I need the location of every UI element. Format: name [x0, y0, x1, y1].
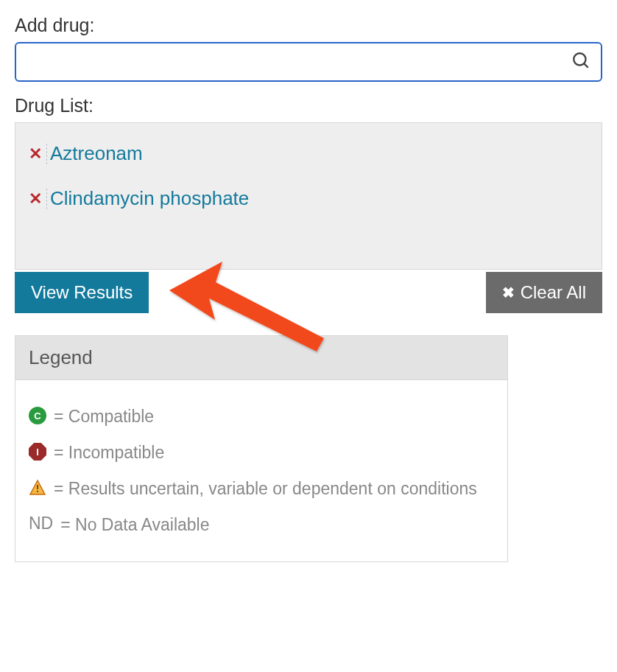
legend-row-nodata: ND = No Data Available: [29, 514, 494, 536]
legend-row-incompatible: I = Incompatible: [29, 441, 494, 464]
legend-body: C = Compatible I = Incompatible = Result…: [15, 380, 507, 561]
uncertain-icon: [29, 479, 46, 497]
nodata-label: ND: [29, 514, 53, 533]
search-icon[interactable]: [571, 51, 590, 73]
svg-rect-4: [37, 485, 38, 489]
drug-list-item: ✕ Clindamycin phosphate: [29, 187, 588, 210]
add-drug-label: Add drug:: [15, 15, 602, 36]
drug-name-link[interactable]: Aztreonam: [50, 142, 143, 165]
drug-list-item: ✕ Aztreonam: [29, 142, 588, 165]
legend-text: = Compatible: [54, 405, 494, 428]
incompatible-icon: I: [29, 443, 46, 461]
separator: [46, 144, 47, 164]
compatible-icon: C: [29, 407, 46, 424]
drug-list-label: Drug List:: [15, 95, 602, 116]
close-icon: ✖: [502, 284, 515, 301]
legend-row-uncertain: = Results uncertain, variable or depende…: [29, 477, 494, 500]
search-input-wrap: [15, 42, 602, 82]
drug-name-link[interactable]: Clindamycin phosphate: [50, 187, 249, 210]
legend-row-compatible: C = Compatible: [29, 405, 494, 428]
clear-all-button[interactable]: ✖ Clear All: [486, 272, 602, 313]
separator: [46, 189, 47, 209]
legend-title: Legend: [15, 336, 507, 380]
svg-rect-5: [37, 491, 38, 492]
remove-icon[interactable]: ✕: [29, 146, 42, 162]
svg-line-1: [584, 63, 588, 67]
view-results-button[interactable]: View Results: [15, 272, 149, 313]
legend-text: = No Data Available: [60, 514, 494, 536]
svg-point-0: [574, 53, 585, 65]
clear-all-label: Clear All: [521, 282, 586, 303]
legend-box: Legend C = Compatible I = Incompatible =…: [15, 335, 508, 562]
drug-list-box: ✕ Aztreonam ✕ Clindamycin phosphate: [15, 122, 602, 270]
legend-text: = Results uncertain, variable or depende…: [54, 477, 494, 500]
legend-text: = Incompatible: [54, 441, 494, 464]
remove-icon[interactable]: ✕: [29, 191, 42, 207]
button-row: View Results ✖ Clear All: [15, 272, 602, 313]
add-drug-input[interactable]: [15, 42, 602, 82]
